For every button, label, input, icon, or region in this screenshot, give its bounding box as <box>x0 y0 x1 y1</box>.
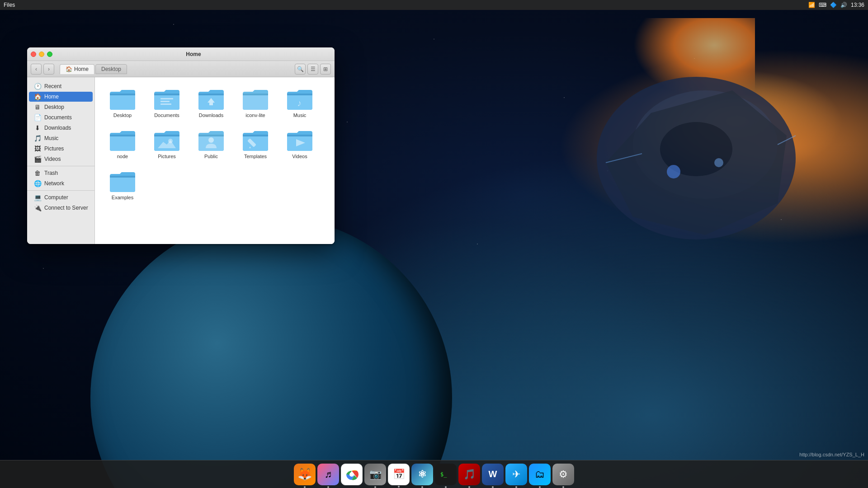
folder-downloads-label: Downloads <box>199 113 223 118</box>
network-icon: 🌐 <box>33 180 42 187</box>
desktop-icon: 🖥 <box>33 103 42 111</box>
dock-files[interactable]: 📷 <box>364 464 386 485</box>
svg-rect-10 <box>160 98 173 99</box>
menubar-app-name[interactable]: Files <box>4 2 15 8</box>
music-icon: 🎵 <box>33 135 42 142</box>
menubar-wifi-icon: 📶 <box>808 2 815 8</box>
svg-rect-24 <box>243 135 268 136</box>
sidebar: 🕐 Recent 🏠 Home 🖥 Desktop 📄 Documents ⬇ <box>27 77 95 244</box>
svg-rect-18 <box>110 135 135 136</box>
tab-desktop[interactable]: Desktop <box>95 64 127 74</box>
dock-atom[interactable]: ⚛ <box>411 464 433 485</box>
dock-calendar[interactable]: 📅 <box>388 464 410 485</box>
folder-desktop-icon <box>109 88 136 111</box>
titlebar: Home <box>27 47 335 61</box>
search-button[interactable]: 🔍 <box>295 64 306 75</box>
folder-music-icon: ♪ <box>286 88 313 111</box>
sidebar-item-recent[interactable]: 🕐 Recent <box>29 81 93 91</box>
folder-music[interactable]: ♪ Music <box>279 84 320 122</box>
folder-public[interactable]: Public <box>191 126 231 163</box>
dock-finder[interactable]: 🗂 <box>529 464 551 485</box>
folder-pictures-label: Pictures <box>158 154 176 160</box>
system-url-text: http://blog.csdn.net/YZS_L_H <box>799 452 864 457</box>
sidebar-item-computer[interactable]: 💻 Computer <box>29 192 93 202</box>
sidebar-item-trash[interactable]: 🗑 Trash <box>29 168 93 178</box>
folder-examples[interactable]: Examples <box>102 167 143 204</box>
file-grid: Desktop Documents <box>95 77 335 244</box>
downloads-icon: ⬇ <box>33 124 42 131</box>
toolbar: ‹ › 🏠 Home Desktop 🔍 ☰ ⊞ <box>27 61 335 77</box>
sidebar-item-music[interactable]: 🎵 Music <box>29 133 93 143</box>
folder-documents[interactable]: Documents <box>146 84 187 122</box>
menubar-volume-icon: 🔊 <box>840 2 847 8</box>
sidebar-item-documents[interactable]: 📄 Documents <box>29 113 93 122</box>
traffic-lights <box>31 52 52 57</box>
folder-videos[interactable]: Videos <box>279 126 320 163</box>
tab-home[interactable]: 🏠 Home <box>60 64 94 74</box>
dock-chrome[interactable] <box>341 464 363 485</box>
folder-iconv-lite-label: iconv-lite <box>245 113 265 118</box>
folder-desktop[interactable]: Desktop <box>102 84 143 122</box>
folder-public-icon <box>198 129 225 152</box>
dock-mail[interactable]: ✈ <box>505 464 527 485</box>
folder-music-label: Music <box>293 113 307 118</box>
sidebar-divider-2 <box>27 190 94 191</box>
folder-iconv-lite[interactable]: iconv-lite <box>235 84 276 122</box>
close-button[interactable] <box>31 52 36 57</box>
svg-rect-19 <box>154 135 179 136</box>
sidebar-item-pictures[interactable]: 🖼 Pictures <box>29 144 93 154</box>
menubar-bluetooth-icon: 🔷 <box>830 2 837 8</box>
sidebar-item-videos[interactable]: 🎬 Videos <box>29 154 93 164</box>
folder-videos-icon <box>286 129 313 152</box>
folder-desktop-label: Desktop <box>113 113 132 118</box>
dock: 🦊 ♬ 📷 📅 ⚛ $_ 🎵 W ✈ 🗂 ⚙ <box>0 460 868 488</box>
svg-point-31 <box>349 472 354 477</box>
dock-wine[interactable]: 🎵 <box>458 464 480 485</box>
svg-rect-27 <box>287 135 312 136</box>
menubar-left: Files <box>4 2 15 8</box>
folder-examples-icon <box>109 170 136 193</box>
sidebar-item-downloads[interactable]: ⬇ Downloads <box>29 123 93 133</box>
forward-button[interactable]: › <box>43 64 54 75</box>
window-title: Home <box>56 51 331 57</box>
dock-settings[interactable]: ⚙ <box>552 464 574 485</box>
folder-templates[interactable]: Templates <box>235 126 276 163</box>
menubar: Files 📶 ⌨ 🔷 🔊 13:36 <box>0 0 868 10</box>
folder-videos-label: Videos <box>292 154 307 160</box>
back-button[interactable]: ‹ <box>31 64 42 75</box>
folder-node[interactable]: node <box>102 126 143 163</box>
maximize-button[interactable] <box>47 52 52 57</box>
location-tabs: 🏠 Home Desktop <box>60 64 127 74</box>
folder-pictures[interactable]: Pictures <box>146 126 187 163</box>
sidebar-item-desktop[interactable]: 🖥 Desktop <box>29 102 93 112</box>
home-icon: 🏠 <box>66 66 72 72</box>
svg-rect-29 <box>110 176 135 178</box>
svg-rect-11 <box>160 101 170 102</box>
list-view-button[interactable]: ☰ <box>307 64 318 75</box>
dock-terminal[interactable]: $_ <box>435 464 457 485</box>
folder-iconv-lite-icon <box>242 88 269 111</box>
minimize-button[interactable] <box>39 52 44 57</box>
sidebar-item-home[interactable]: 🏠 Home <box>29 92 93 102</box>
documents-icon: 📄 <box>33 114 42 121</box>
svg-text:$_: $_ <box>440 471 447 478</box>
svg-rect-8 <box>110 94 135 95</box>
dock-firefox[interactable]: 🦊 <box>294 464 316 485</box>
folder-templates-label: Templates <box>244 154 267 160</box>
folder-documents-icon <box>153 88 180 111</box>
sidebar-item-network[interactable]: 🌐 Network <box>29 178 93 188</box>
svg-point-21 <box>168 139 173 143</box>
sidebar-item-connect[interactable]: 🔌 Connect to Server <box>29 203 93 213</box>
trash-icon: 🗑 <box>33 169 42 177</box>
svg-rect-13 <box>198 94 224 95</box>
dock-itunes[interactable]: ♬ <box>317 464 339 485</box>
computer-icon: 💻 <box>33 194 42 201</box>
home-sidebar-icon: 🏠 <box>33 93 42 100</box>
videos-icon: 🎬 <box>33 155 42 163</box>
dock-word[interactable]: W <box>482 464 504 485</box>
folder-downloads[interactable]: Downloads <box>191 84 231 122</box>
menubar-right: 📶 ⌨ 🔷 🔊 13:36 <box>808 2 864 8</box>
folder-node-icon <box>109 129 136 152</box>
svg-text:♪: ♪ <box>297 98 302 108</box>
grid-view-button[interactable]: ⊞ <box>320 64 331 75</box>
